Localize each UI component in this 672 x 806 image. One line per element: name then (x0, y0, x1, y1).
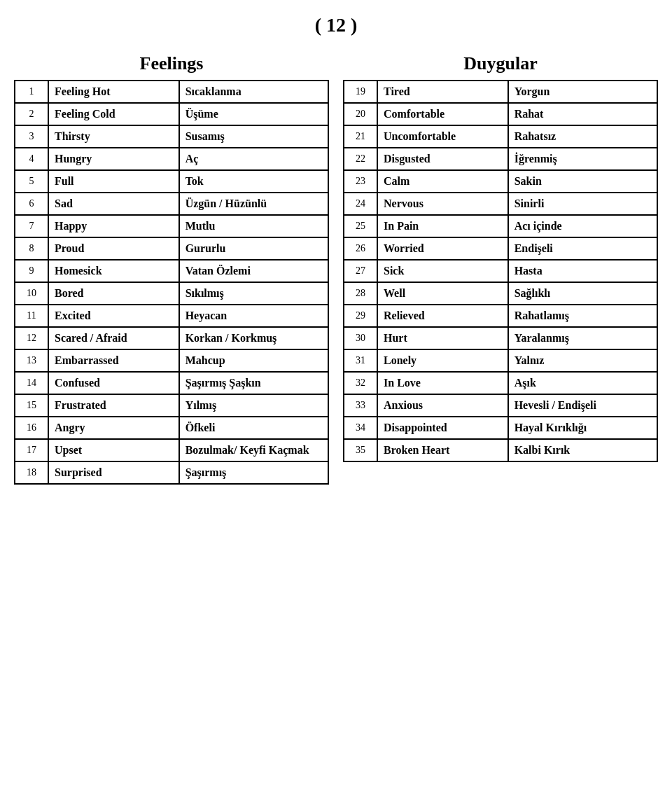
left-header: Feelings (14, 53, 329, 74)
row-number: 15 (15, 394, 48, 417)
row-number: 16 (15, 417, 48, 439)
right-section: Duygular 19 Tired Yorgun 20 Comfortable … (343, 53, 658, 485)
row-number: 8 (15, 237, 48, 260)
english-word: Full (48, 170, 179, 193)
left-section: Feelings 1 Feeling Hot Sıcaklanma 2 Feel… (14, 53, 329, 485)
turkish-word: Üzgün / Hüzünlü (179, 193, 328, 215)
left-table-row: 5 Full Tok (15, 170, 328, 193)
english-word: Surprised (48, 461, 179, 484)
row-number: 1 (15, 81, 48, 103)
english-word: Scared / Afraid (48, 327, 179, 349)
left-table-row: 15 Frustrated Yılmış (15, 394, 328, 417)
english-word: Embarrassed (48, 349, 179, 372)
row-number: 7 (15, 215, 48, 237)
left-table-row: 8 Proud Gururlu (15, 237, 328, 260)
turkish-word: Üşüme (179, 103, 328, 125)
row-number: 2 (15, 103, 48, 125)
english-word: Feeling Cold (48, 103, 179, 125)
turkish-word: Sıkılmış (179, 282, 328, 305)
english-word: Homesick (48, 260, 179, 282)
english-word: Broken Heart (377, 439, 508, 461)
row-number: 30 (344, 327, 377, 349)
english-word: Angry (48, 417, 179, 439)
english-word: Feeling Hot (48, 81, 179, 103)
turkish-word: Yaralanmış (508, 327, 657, 349)
row-number: 18 (15, 461, 48, 484)
turkish-word: Rahatlamış (508, 305, 657, 327)
right-table: 19 Tired Yorgun 20 Comfortable Rahat 21 … (343, 80, 658, 462)
right-table-row: 32 In Love Aşık (344, 372, 657, 394)
row-number: 13 (15, 349, 48, 372)
row-number: 33 (344, 394, 377, 417)
english-word: Upset (48, 439, 179, 461)
page-title: ( 12 ) (14, 14, 658, 36)
turkish-word: Aç (179, 148, 328, 170)
right-table-row: 24 Nervous Sinirli (344, 193, 657, 215)
left-table-row: 6 Sad Üzgün / Hüzünlü (15, 193, 328, 215)
right-table-row: 28 Well Sağlıklı (344, 282, 657, 305)
english-word: Excited (48, 305, 179, 327)
english-word: In Love (377, 372, 508, 394)
turkish-word: Sıcaklanma (179, 81, 328, 103)
row-number: 3 (15, 125, 48, 148)
english-word: Disappointed (377, 417, 508, 439)
turkish-word: Endişeli (508, 237, 657, 260)
right-table-row: 19 Tired Yorgun (344, 81, 657, 103)
left-table-row: 10 Bored Sıkılmış (15, 282, 328, 305)
row-number: 34 (344, 417, 377, 439)
english-word: Calm (377, 170, 508, 193)
turkish-word: Sakin (508, 170, 657, 193)
row-number: 25 (344, 215, 377, 237)
right-table-row: 23 Calm Sakin (344, 170, 657, 193)
row-number: 11 (15, 305, 48, 327)
row-number: 20 (344, 103, 377, 125)
row-number: 32 (344, 372, 377, 394)
left-table-row: 1 Feeling Hot Sıcaklanma (15, 81, 328, 103)
right-header: Duygular (343, 53, 658, 74)
turkish-word: Susamış (179, 125, 328, 148)
row-number: 31 (344, 349, 377, 372)
english-word: Hungry (48, 148, 179, 170)
row-number: 28 (344, 282, 377, 305)
right-table-row: 31 Lonely Yalnız (344, 349, 657, 372)
english-word: Proud (48, 237, 179, 260)
right-table-row: 35 Broken Heart Kalbi Kırık (344, 439, 657, 461)
english-word: Nervous (377, 193, 508, 215)
turkish-word: Vatan Özlemi (179, 260, 328, 282)
left-table-row: 16 Angry Öfkeli (15, 417, 328, 439)
right-table-row: 20 Comfortable Rahat (344, 103, 657, 125)
turkish-word: Mutlu (179, 215, 328, 237)
left-table-row: 13 Embarrassed Mahcup (15, 349, 328, 372)
right-table-row: 33 Anxious Hevesli / Endişeli (344, 394, 657, 417)
turkish-word: Sağlıklı (508, 282, 657, 305)
turkish-word: Tok (179, 170, 328, 193)
left-table-row: 17 Upset Bozulmak/ Keyfi Kaçmak (15, 439, 328, 461)
english-word: Tired (377, 81, 508, 103)
turkish-word: Yılmış (179, 394, 328, 417)
row-number: 24 (344, 193, 377, 215)
row-number: 35 (344, 439, 377, 461)
english-word: Sad (48, 193, 179, 215)
row-number: 10 (15, 282, 48, 305)
right-table-row: 25 In Pain Acı içinde (344, 215, 657, 237)
turkish-word: Korkan / Korkmuş (179, 327, 328, 349)
row-number: 19 (344, 81, 377, 103)
turkish-word: Acı içinde (508, 215, 657, 237)
left-table-row: 11 Excited Heyacan (15, 305, 328, 327)
turkish-word: Şaşırmış (179, 461, 328, 484)
english-word: Hurt (377, 327, 508, 349)
row-number: 17 (15, 439, 48, 461)
right-table-row: 26 Worried Endişeli (344, 237, 657, 260)
right-table-row: 27 Sick Hasta (344, 260, 657, 282)
english-word: Confused (48, 372, 179, 394)
row-number: 27 (344, 260, 377, 282)
english-word: Happy (48, 215, 179, 237)
row-number: 23 (344, 170, 377, 193)
turkish-word: Heyacan (179, 305, 328, 327)
english-word: Lonely (377, 349, 508, 372)
turkish-word: Mahcup (179, 349, 328, 372)
left-table-row: 12 Scared / Afraid Korkan / Korkmuş (15, 327, 328, 349)
left-table-row: 7 Happy Mutlu (15, 215, 328, 237)
turkish-word: Hevesli / Endişeli (508, 394, 657, 417)
turkish-word: Rahat (508, 103, 657, 125)
